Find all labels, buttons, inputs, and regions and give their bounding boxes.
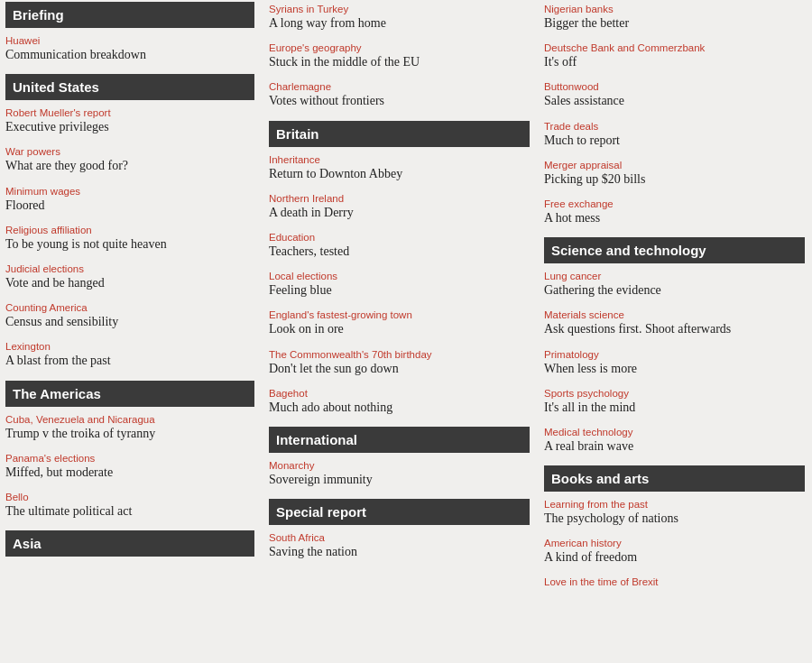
article: Judicial electionsVote and be hanged — [5, 263, 254, 291]
section-header-0-2: The Americas — [5, 381, 254, 407]
column-2: Nigerian banksBigger the betterDeutsche … — [537, 0, 812, 663]
article-category[interactable]: Panama's elections — [5, 453, 254, 464]
article: The Commonwealth's 70th birthdayDon't le… — [269, 349, 530, 377]
article-title: Feeling blue — [269, 282, 530, 299]
article-category[interactable]: Huawei — [5, 35, 254, 46]
article-title: Floored — [5, 198, 254, 214]
article-category[interactable]: Deutsche Bank and Commerzbank — [544, 42, 805, 53]
article-title: Return to Downton Abbey — [269, 166, 530, 182]
article-category[interactable]: Local elections — [269, 271, 530, 281]
article: Northern IrelandA death in Derry — [269, 193, 530, 221]
article: Syrians in TurkeyA long way from home — [269, 4, 530, 32]
article-category[interactable]: Europe's geography — [269, 42, 530, 53]
article: Lung cancerGathering the evidence — [544, 271, 805, 299]
article-category[interactable]: Nigerian banks — [544, 4, 805, 14]
article: Deutsche Bank and CommerzbankIt's off — [544, 42, 805, 70]
article: South AfricaSaving the nation — [269, 532, 530, 560]
article: American historyA kind of freedom — [544, 538, 805, 566]
article-category[interactable]: Monarchy — [269, 460, 530, 471]
article: Minimum wagesFloored — [5, 186, 254, 214]
section-0-2: The AmericasCuba, Venezuela and Nicaragu… — [5, 381, 254, 520]
article: Love in the time of Brexit — [544, 576, 805, 587]
article-category[interactable]: South Africa — [269, 532, 530, 543]
article-category[interactable]: Bello — [5, 492, 254, 502]
article-category[interactable]: Religious affiliation — [5, 225, 254, 235]
section-header-0-1: United States — [5, 74, 254, 100]
article-category[interactable]: Education — [269, 232, 530, 243]
article: Sports psychologyIt's all in the mind — [544, 388, 805, 416]
section-header-1-1: Britain — [269, 121, 530, 147]
article-category[interactable]: War powers — [5, 146, 254, 157]
article-category[interactable]: Free exchange — [544, 198, 805, 209]
article-category[interactable]: Counting America — [5, 302, 254, 313]
article-category[interactable]: Merger appraisal — [544, 160, 805, 170]
article: InheritanceReturn to Downton Abbey — [269, 154, 530, 182]
article-category[interactable]: Lexington — [5, 341, 254, 352]
article-category[interactable]: Learning from the past — [544, 499, 805, 510]
article: LexingtonA blast from the past — [5, 341, 254, 369]
article: BagehotMuch ado about nothing — [269, 388, 530, 416]
section-1-3: Special reportSouth AfricaSaving the nat… — [269, 499, 530, 560]
article: Trade dealsMuch to report — [544, 121, 805, 149]
column-1: Syrians in TurkeyA long way from homeEur… — [262, 0, 537, 663]
article-title: Trump v the troika of tyranny — [5, 426, 254, 442]
article-category[interactable]: Bagehot — [269, 388, 530, 399]
article-title: It's off — [544, 54, 805, 70]
section-0-0: BriefingHuaweiCommunication breakdown — [5, 2, 254, 63]
article-title: Stuck in the middle of the EU — [269, 54, 530, 70]
article-category[interactable]: Love in the time of Brexit — [544, 576, 805, 587]
article-title: Votes without frontiers — [269, 93, 530, 109]
section-header-0-0: Briefing — [5, 2, 254, 28]
article-title: Don't let the sun go down — [269, 361, 530, 377]
article-title: What are they good for? — [5, 158, 254, 174]
article: Materials scienceAsk questions first. Sh… — [544, 309, 805, 337]
article-category[interactable]: Buttonwood — [544, 81, 805, 92]
article-category[interactable]: Materials science — [544, 309, 805, 320]
section-header-0-3: Asia — [5, 530, 254, 557]
article-category[interactable]: Trade deals — [544, 121, 805, 132]
article-title: Sovereign immunity — [269, 472, 530, 488]
article-category[interactable]: The Commonwealth's 70th birthday — [269, 349, 530, 360]
article-title: Miffed, but moderate — [5, 465, 254, 481]
section-1-1: BritainInheritanceReturn to Downton Abbe… — [269, 121, 530, 416]
column-0: BriefingHuaweiCommunication breakdownUni… — [0, 0, 262, 663]
article-category[interactable]: Charlemagne — [269, 81, 530, 92]
article: BelloThe ultimate political act — [5, 492, 254, 520]
article: Free exchangeA hot mess — [544, 198, 805, 226]
article-category[interactable]: Sports psychology — [544, 388, 805, 399]
article-category[interactable]: American history — [544, 538, 805, 548]
article: Cuba, Venezuela and NicaraguaTrump v the… — [5, 414, 254, 442]
article-title: Saving the nation — [269, 544, 530, 560]
article-title: Communication breakdown — [5, 47, 254, 63]
article: Counting AmericaCensus and sensibility — [5, 302, 254, 330]
article: Local electionsFeeling blue — [269, 271, 530, 299]
article-title: A blast from the past — [5, 353, 254, 369]
section-2-0: Nigerian banksBigger the betterDeutsche … — [544, 0, 805, 226]
section-2-1: Science and technologyLung cancerGatheri… — [544, 237, 805, 455]
article-category[interactable]: Robert Mueller's report — [5, 107, 254, 118]
article-category[interactable]: Judicial elections — [5, 263, 254, 274]
article-category[interactable]: Lung cancer — [544, 271, 805, 281]
section-2-2: Books and artsLearning from the pastThe … — [544, 465, 805, 587]
article-category[interactable]: Northern Ireland — [269, 193, 530, 204]
article: MonarchySovereign immunity — [269, 460, 530, 488]
article-title: Look on in ore — [269, 321, 530, 337]
article-category[interactable]: Minimum wages — [5, 186, 254, 197]
article: Learning from the pastThe psychology of … — [544, 499, 805, 527]
article-category[interactable]: Inheritance — [269, 154, 530, 165]
article-category[interactable]: Medical technology — [544, 427, 805, 437]
article: EducationTeachers, tested — [269, 232, 530, 260]
article: CharlemagneVotes without frontiers — [269, 81, 530, 109]
article: HuaweiCommunication breakdown — [5, 35, 254, 63]
section-header-1-2: International — [269, 427, 530, 453]
article-category[interactable]: Syrians in Turkey — [269, 4, 530, 14]
article-category[interactable]: England's fastest-growing town — [269, 309, 530, 320]
article-category[interactable]: Primatology — [544, 349, 805, 360]
article-title: Much to report — [544, 133, 805, 149]
article-title: Picking up $20 bills — [544, 171, 805, 188]
section-0-1: United StatesRobert Mueller's reportExec… — [5, 74, 254, 369]
article: ButtonwoodSales assistance — [544, 81, 805, 109]
article-category[interactable]: Cuba, Venezuela and Nicaragua — [5, 414, 254, 425]
article-title: Executive privileges — [5, 119, 254, 135]
article: Europe's geographyStuck in the middle of… — [269, 42, 530, 70]
